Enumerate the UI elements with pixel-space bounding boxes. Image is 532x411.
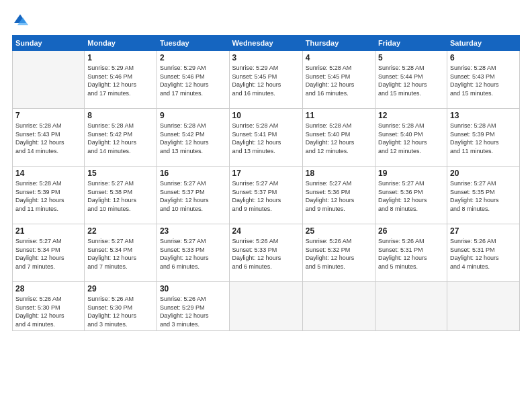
day-info: Sunrise: 5:26 AM Sunset: 5:31 PM Dayligh… (450, 237, 517, 271)
day-number: 6 (450, 53, 517, 62)
day-info: Sunrise: 5:27 AM Sunset: 5:33 PM Dayligh… (160, 237, 226, 271)
calendar-cell (302, 282, 375, 331)
day-info: Sunrise: 5:27 AM Sunset: 5:35 PM Dayligh… (450, 179, 517, 213)
day-info: Sunrise: 5:29 AM Sunset: 5:46 PM Dayligh… (160, 64, 226, 97)
day-info: Sunrise: 5:28 AM Sunset: 5:45 PM Dayligh… (306, 64, 372, 97)
weekday-thursday: Thursday (302, 36, 375, 51)
day-number: 4 (306, 53, 372, 62)
calendar-cell: 19Sunrise: 5:27 AM Sunset: 5:36 PM Dayli… (375, 167, 447, 224)
week-row: 7Sunrise: 5:28 AM Sunset: 5:43 PM Daylig… (13, 109, 520, 167)
day-number: 25 (306, 226, 372, 236)
weekday-friday: Friday (375, 36, 447, 51)
calendar-cell: 27Sunrise: 5:26 AM Sunset: 5:31 PM Dayli… (447, 224, 519, 282)
calendar-cell: 15Sunrise: 5:27 AM Sunset: 5:38 PM Dayli… (85, 167, 157, 224)
calendar-cell: 13Sunrise: 5:28 AM Sunset: 5:39 PM Dayli… (447, 109, 519, 167)
calendar-cell: 6Sunrise: 5:28 AM Sunset: 5:43 PM Daylig… (447, 51, 519, 109)
day-info: Sunrise: 5:28 AM Sunset: 5:43 PM Dayligh… (15, 122, 81, 155)
calendar-cell: 12Sunrise: 5:28 AM Sunset: 5:40 PM Dayli… (375, 109, 447, 167)
day-number: 23 (160, 226, 226, 236)
day-number: 16 (160, 169, 226, 178)
day-info: Sunrise: 5:27 AM Sunset: 5:37 PM Dayligh… (160, 179, 226, 213)
calendar-cell: 24Sunrise: 5:26 AM Sunset: 5:33 PM Dayli… (229, 224, 302, 282)
calendar-cell: 23Sunrise: 5:27 AM Sunset: 5:33 PM Dayli… (157, 224, 229, 282)
calendar-cell: 3Sunrise: 5:29 AM Sunset: 5:45 PM Daylig… (229, 51, 302, 109)
day-number: 24 (232, 226, 300, 236)
logo-icon (12, 12, 28, 28)
calendar-cell: 7Sunrise: 5:28 AM Sunset: 5:43 PM Daylig… (13, 109, 85, 167)
calendar-cell: 22Sunrise: 5:27 AM Sunset: 5:34 PM Dayli… (85, 224, 157, 282)
day-info: Sunrise: 5:27 AM Sunset: 5:37 PM Dayligh… (232, 179, 300, 213)
calendar-cell (229, 282, 302, 331)
day-number: 20 (450, 169, 517, 178)
calendar-cell: 17Sunrise: 5:27 AM Sunset: 5:37 PM Dayli… (229, 167, 302, 224)
week-row: 1Sunrise: 5:29 AM Sunset: 5:46 PM Daylig… (13, 51, 520, 109)
week-row: 14Sunrise: 5:28 AM Sunset: 5:39 PM Dayli… (13, 167, 520, 224)
calendar-cell (13, 51, 85, 109)
day-info: Sunrise: 5:26 AM Sunset: 5:30 PM Dayligh… (87, 295, 154, 328)
day-info: Sunrise: 5:27 AM Sunset: 5:38 PM Dayligh… (87, 179, 154, 213)
day-info: Sunrise: 5:28 AM Sunset: 5:39 PM Dayligh… (450, 122, 517, 155)
day-number: 12 (378, 111, 444, 120)
weekday-wednesday: Wednesday (229, 36, 302, 51)
day-number: 15 (87, 169, 154, 178)
calendar-cell: 21Sunrise: 5:27 AM Sunset: 5:34 PM Dayli… (13, 224, 85, 282)
day-number: 13 (450, 111, 517, 120)
day-info: Sunrise: 5:28 AM Sunset: 5:43 PM Dayligh… (450, 64, 517, 97)
day-info: Sunrise: 5:26 AM Sunset: 5:30 PM Dayligh… (15, 295, 81, 328)
day-info: Sunrise: 5:28 AM Sunset: 5:40 PM Dayligh… (306, 122, 372, 155)
day-number: 5 (378, 53, 444, 62)
day-number: 1 (87, 53, 154, 62)
day-info: Sunrise: 5:26 AM Sunset: 5:33 PM Dayligh… (232, 237, 300, 271)
day-number: 9 (160, 111, 226, 120)
day-info: Sunrise: 5:26 AM Sunset: 5:32 PM Dayligh… (306, 237, 372, 271)
day-info: Sunrise: 5:27 AM Sunset: 5:36 PM Dayligh… (378, 179, 444, 213)
day-number: 7 (15, 111, 81, 120)
day-info: Sunrise: 5:28 AM Sunset: 5:39 PM Dayligh… (15, 179, 81, 213)
calendar-cell: 14Sunrise: 5:28 AM Sunset: 5:39 PM Dayli… (13, 167, 85, 224)
day-info: Sunrise: 5:28 AM Sunset: 5:42 PM Dayligh… (87, 122, 154, 155)
calendar-cell: 2Sunrise: 5:29 AM Sunset: 5:46 PM Daylig… (157, 51, 229, 109)
day-number: 19 (378, 169, 444, 178)
calendar-cell: 29Sunrise: 5:26 AM Sunset: 5:30 PM Dayli… (85, 282, 157, 331)
week-row: 28Sunrise: 5:26 AM Sunset: 5:30 PM Dayli… (13, 282, 520, 331)
page-header (12, 12, 520, 28)
calendar-cell (447, 282, 519, 331)
calendar-cell: 30Sunrise: 5:26 AM Sunset: 5:29 PM Dayli… (157, 282, 229, 331)
logo (12, 12, 31, 28)
calendar-cell: 8Sunrise: 5:28 AM Sunset: 5:42 PM Daylig… (85, 109, 157, 167)
calendar-cell: 1Sunrise: 5:29 AM Sunset: 5:46 PM Daylig… (85, 51, 157, 109)
day-info: Sunrise: 5:28 AM Sunset: 5:40 PM Dayligh… (378, 122, 444, 155)
calendar-cell: 9Sunrise: 5:28 AM Sunset: 5:42 PM Daylig… (157, 109, 229, 167)
weekday-header-row: SundayMondayTuesdayWednesdayThursdayFrid… (13, 36, 520, 51)
day-number: 2 (160, 53, 226, 62)
day-number: 21 (15, 226, 81, 236)
day-number: 18 (306, 169, 372, 178)
day-info: Sunrise: 5:27 AM Sunset: 5:34 PM Dayligh… (87, 237, 154, 271)
day-number: 29 (87, 284, 154, 293)
day-number: 27 (450, 226, 517, 236)
day-number: 8 (87, 111, 154, 120)
day-info: Sunrise: 5:28 AM Sunset: 5:41 PM Dayligh… (232, 122, 300, 155)
day-number: 22 (87, 226, 154, 236)
day-info: Sunrise: 5:28 AM Sunset: 5:44 PM Dayligh… (378, 64, 444, 97)
weekday-monday: Monday (85, 36, 157, 51)
calendar-cell (375, 282, 447, 331)
day-number: 30 (160, 284, 226, 293)
day-number: 14 (15, 169, 81, 178)
day-number: 3 (232, 53, 300, 62)
calendar: SundayMondayTuesdayWednesdayThursdayFrid… (12, 35, 520, 331)
calendar-cell: 5Sunrise: 5:28 AM Sunset: 5:44 PM Daylig… (375, 51, 447, 109)
week-row: 21Sunrise: 5:27 AM Sunset: 5:34 PM Dayli… (13, 224, 520, 282)
calendar-cell: 28Sunrise: 5:26 AM Sunset: 5:30 PM Dayli… (13, 282, 85, 331)
day-info: Sunrise: 5:26 AM Sunset: 5:29 PM Dayligh… (160, 295, 226, 328)
calendar-cell: 16Sunrise: 5:27 AM Sunset: 5:37 PM Dayli… (157, 167, 229, 224)
day-info: Sunrise: 5:29 AM Sunset: 5:46 PM Dayligh… (87, 64, 154, 97)
calendar-cell: 10Sunrise: 5:28 AM Sunset: 5:41 PM Dayli… (229, 109, 302, 167)
calendar-cell: 18Sunrise: 5:27 AM Sunset: 5:36 PM Dayli… (302, 167, 375, 224)
weekday-saturday: Saturday (447, 36, 519, 51)
day-number: 17 (232, 169, 300, 178)
day-info: Sunrise: 5:29 AM Sunset: 5:45 PM Dayligh… (232, 64, 300, 97)
day-number: 11 (306, 111, 372, 120)
weekday-tuesday: Tuesday (157, 36, 229, 51)
day-info: Sunrise: 5:27 AM Sunset: 5:34 PM Dayligh… (15, 237, 81, 271)
